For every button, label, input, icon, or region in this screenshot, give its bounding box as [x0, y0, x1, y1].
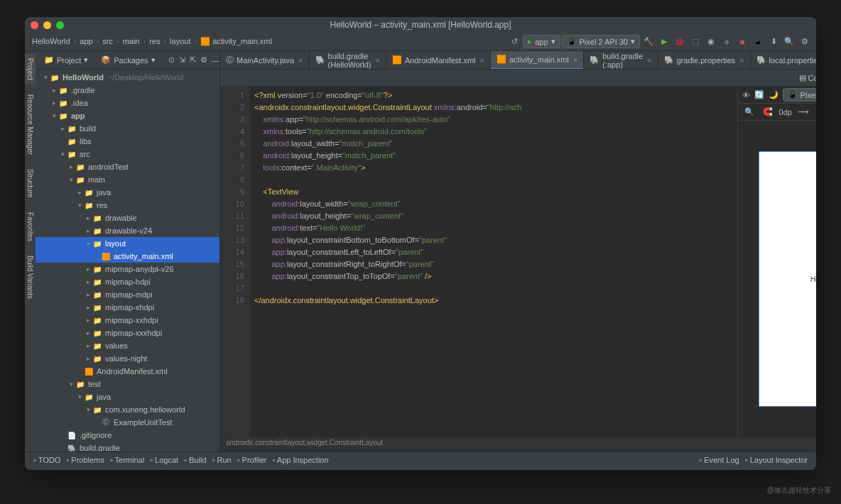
tree-node[interactable]: ▸📁.idea: [36, 97, 219, 109]
maximize-window[interactable]: [56, 21, 64, 29]
close-tab-icon[interactable]: ×: [739, 56, 744, 65]
breadcrumb-4[interactable]: res: [146, 35, 163, 47]
inspector-icon[interactable]: ☺: [796, 467, 810, 470]
tree-node[interactable]: ▸📁mipmap-hdpi: [36, 275, 219, 288]
tree-node[interactable]: ▸📁.gradle: [36, 84, 219, 97]
close-tab-icon[interactable]: ×: [480, 56, 484, 65]
wand-icon[interactable]: ✨: [815, 105, 816, 119]
run-icon[interactable]: ▶: [657, 35, 671, 49]
editor-tab[interactable]: 🐘build.gradle (HelloWorld)×: [310, 51, 386, 70]
gear-icon[interactable]: ⚙: [200, 53, 207, 67]
bottom-tab-app-inspection[interactable]: ▫ App Inspection: [269, 454, 331, 466]
coverage-icon[interactable]: ⬚: [688, 35, 702, 49]
bottom-tab-run[interactable]: ▫ Run: [210, 454, 234, 466]
device-dropdown[interactable]: 📱Pixel 2 API 30▾: [562, 35, 641, 48]
device-frame[interactable]: Hello World!: [759, 151, 816, 407]
night-icon[interactable]: 🌙: [769, 88, 778, 102]
left-tab-resource-manager[interactable]: Resource Manager: [25, 90, 36, 159]
tree-node[interactable]: ▾📁src: [36, 148, 219, 160]
search-icon[interactable]: 🔍: [782, 35, 796, 49]
breadcrumb-5[interactable]: layout: [167, 35, 193, 47]
tree-node[interactable]: 📄.gitignore: [36, 429, 219, 442]
tree-node[interactable]: ⒸExampleUnitTest: [36, 416, 219, 429]
orientation-icon[interactable]: 🔄: [754, 88, 764, 102]
left-tab-build-variants[interactable]: Build Variants: [25, 251, 36, 303]
locate-icon[interactable]: ⊙: [168, 53, 175, 67]
settings-icon[interactable]: ⚙: [798, 35, 812, 49]
tree-node[interactable]: ▾📁res: [36, 199, 219, 212]
breadcrumb-2[interactable]: src: [99, 35, 116, 47]
editor-tab[interactable]: 🐘local.properties×: [751, 51, 817, 70]
tree-node[interactable]: ▸📁build: [36, 122, 219, 135]
left-tab-structure[interactable]: Structure: [25, 165, 36, 202]
breadcrumb-6[interactable]: 🟧 activity_main.xml: [197, 35, 275, 47]
tree-node[interactable]: ▸📁mipmap-anydpi-v26: [36, 263, 219, 275]
tree-node[interactable]: 📁libs: [36, 135, 219, 148]
tree-node[interactable]: ▾📁main: [36, 173, 219, 186]
editor-tab[interactable]: 🐘gradle.properties×: [658, 51, 751, 70]
packages-view-dropdown[interactable]: 📦 Packages ▾: [97, 54, 159, 66]
tree-node[interactable]: ▾📁layout: [36, 237, 219, 250]
tree-node[interactable]: ▾📁java: [36, 390, 219, 403]
debug-icon[interactable]: 🐞: [673, 35, 687, 49]
preview-device-dropdown[interactable]: 📱Pixel▾: [783, 88, 816, 102]
sync-icon[interactable]: ↺: [507, 35, 521, 49]
tree-node[interactable]: 🟧activity_main.xml: [36, 250, 219, 263]
breadcrumb-3[interactable]: main: [120, 35, 143, 47]
code-editor[interactable]: <?xml version="1.0" encoding="utf-8"?> <…: [250, 87, 737, 437]
collapse-icon[interactable]: ⇱: [190, 53, 196, 67]
tree-node[interactable]: ▸📁mipmap-mdpi: [36, 288, 219, 301]
close-tab-icon[interactable]: ×: [298, 56, 303, 65]
tree-node[interactable]: 🐘build.gradle: [36, 442, 219, 451]
tree-node[interactable]: ▾📁HelloWorld~/Desktop/HelloWorld: [36, 71, 219, 84]
route-icon[interactable]: ⟿: [796, 105, 810, 119]
tree-node[interactable]: ▾📁test: [36, 378, 219, 390]
sdk-icon[interactable]: ⬇: [766, 35, 781, 49]
build-icon[interactable]: 🔨: [641, 35, 656, 49]
avd-icon[interactable]: 📱: [751, 35, 765, 49]
breadcrumb-1[interactable]: app: [77, 35, 95, 47]
bottom-tab-problems[interactable]: ▫ Problems: [63, 454, 107, 466]
minimize-window[interactable]: [43, 21, 51, 29]
editor-tab[interactable]: 🐘build.gradle (:app)×: [584, 51, 658, 70]
tree-node[interactable]: 🟧AndroidManifest.xml: [36, 365, 219, 378]
tree-node[interactable]: ▸📁values: [36, 339, 219, 352]
tree-node[interactable]: ▸📁mipmap-xxxhdpi: [36, 327, 219, 339]
attach-icon[interactable]: ⎆: [720, 35, 734, 49]
lock-icon[interactable]: 🔒: [782, 467, 796, 470]
zoom-icon[interactable]: 🔍: [742, 105, 756, 119]
profile-icon[interactable]: ◉: [704, 35, 718, 49]
tree-node[interactable]: ▸📁androidTest: [36, 160, 219, 173]
bottom-tab-layout-inspector[interactable]: ▫ Layout Inspector: [742, 454, 810, 466]
bottom-tab-todo[interactable]: ▫ TODO: [31, 454, 63, 466]
tree-node[interactable]: ▾📁com.xuneng.helloworld: [36, 403, 219, 416]
tree-node[interactable]: ▸📁drawable: [36, 212, 219, 224]
eye-icon[interactable]: 👁: [742, 88, 750, 102]
project-view-dropdown[interactable]: 📁 Project ▾: [40, 54, 92, 66]
expand-icon[interactable]: ⇲: [179, 53, 185, 67]
code-view-button[interactable]: ▤ Code: [795, 72, 816, 84]
editor-tab[interactable]: 🟧AndroidManifest.xml×: [386, 51, 491, 70]
left-tab-project[interactable]: Project: [25, 54, 36, 84]
hide-icon[interactable]: —: [212, 53, 219, 67]
magnet-icon[interactable]: 🧲: [761, 105, 775, 119]
bottom-tab-terminal[interactable]: ▫ Terminal: [107, 454, 147, 466]
close-window[interactable]: [31, 21, 38, 29]
bottom-tab-event-log[interactable]: ▫ Event Log: [696, 454, 742, 466]
close-tab-icon[interactable]: ×: [647, 56, 651, 65]
tree-node[interactable]: ▸📁mipmap-xxhdpi: [36, 314, 219, 327]
stop-icon[interactable]: ■: [735, 35, 749, 49]
tree-node[interactable]: ▸📁java: [36, 186, 219, 199]
left-tab-favorites[interactable]: Favorites: [25, 208, 36, 246]
editor-tab[interactable]: 🟧activity_main.xml×: [491, 51, 584, 70]
run-config-dropdown[interactable]: ▸app▾: [523, 35, 560, 48]
tree-node[interactable]: ▸📁drawable-v24: [36, 224, 219, 237]
breadcrumb-0[interactable]: HelloWorld: [29, 35, 73, 47]
bottom-tab-logcat[interactable]: ▫ Logcat: [147, 454, 181, 466]
tree-node[interactable]: ▸📁mipmap-xhdpi: [36, 301, 219, 314]
tree-node[interactable]: ▾📁app: [36, 109, 219, 122]
editor-tab[interactable]: ⒸMainActivity.java×: [220, 51, 310, 70]
close-tab-icon[interactable]: ×: [375, 56, 379, 65]
close-tab-icon[interactable]: ×: [573, 55, 577, 64]
bottom-tab-build[interactable]: ▫ Build: [181, 454, 209, 466]
